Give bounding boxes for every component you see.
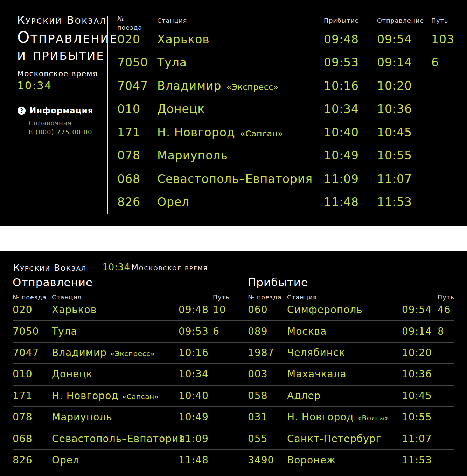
station-cell: Адлер (287, 390, 402, 402)
arrival-time: 10:16 (324, 79, 377, 93)
train-number: 171 (117, 126, 157, 139)
station-name: Орел (157, 195, 189, 209)
train-note: «Сапсан» (122, 392, 159, 401)
station-cell: Тула (52, 326, 179, 337)
table-row: 3490Воронеж11:53 (248, 449, 454, 471)
table-row: 010Донецк10:3410:36 (117, 98, 460, 121)
station-name: Адлер (287, 390, 321, 402)
train-number: 826 (13, 454, 52, 466)
station-cell: Санкт-Петербург (287, 433, 402, 445)
question-mark-icon: ? (18, 107, 26, 115)
train-number: 055 (248, 433, 287, 445)
station-name: Махачкала (287, 368, 347, 380)
top-board: Курский Вокзал Отправление и прибытие Мо… (0, 0, 467, 226)
station-name: Донецк (157, 102, 205, 116)
table-row: 020Харьков09:4809:54103 (117, 28, 460, 51)
arrival-time: 10:40 (324, 126, 377, 139)
train-number: 068 (117, 172, 157, 186)
table-row: 1987Челябинск10:20 (248, 342, 454, 363)
row-separator-line (13, 320, 454, 321)
station-name: Севастополь–Евпатория (52, 433, 185, 445)
station-cell: Мариуполь (52, 411, 179, 423)
table-row: 078Мариуполь10:49 (13, 406, 226, 428)
table-row: 7050Тула09:5309:146 (117, 51, 460, 74)
table-row: 020Харьков09:4810 (13, 299, 226, 320)
station-cell: Н. Новгород«Сапсан» (52, 390, 179, 402)
station-name: Симферополь (287, 304, 363, 315)
table-row: 826Орел11:48 (13, 449, 226, 471)
train-number: 089 (248, 326, 287, 337)
station-cell: Орел (157, 195, 324, 209)
station-name: Владимир (52, 347, 107, 358)
table-row: 003Махачкала10:36 (248, 363, 454, 385)
departure-time: 10:34 (179, 368, 213, 380)
station-name: Н. Новгород (157, 126, 235, 139)
station-name: Севастополь–Евпатория (157, 172, 313, 186)
departure-time: 10:45 (377, 126, 431, 139)
row-separator-line (13, 342, 454, 343)
row-separator-line (13, 428, 454, 428)
table-row: 058Адлер10:45 (248, 385, 454, 406)
table-row: 826Орел11:4811:53 (117, 191, 460, 214)
clock-time: 10:34 (17, 79, 52, 92)
clock-label: Московское время (17, 69, 98, 78)
station-cell: Н. Новгород«Волга» (287, 411, 402, 423)
station-cell: Тула (157, 56, 324, 69)
departure-time: 09:14 (377, 56, 431, 69)
track-number: 6 (213, 326, 226, 337)
table-row: 7050Тула09:536 (13, 320, 226, 342)
station-cell: Н. Новгород«Сапсан» (157, 126, 324, 139)
station-name: Тула (157, 56, 187, 69)
arrival-time: 11:07 (402, 433, 438, 445)
table-row: 171Н. Новгород«Сапсан»10:40 (13, 385, 226, 406)
arrival-time: 09:53 (324, 56, 377, 69)
table-row: 010Донецк10:34 (13, 363, 226, 385)
departure-time: 10:36 (377, 102, 431, 116)
station-cell: Донецк (157, 102, 324, 116)
train-note: «Сапсан» (240, 129, 283, 138)
train-number: 060 (248, 304, 287, 315)
station-cell: Воронеж (287, 454, 402, 466)
station-name: Орел (52, 454, 79, 466)
track-number: 10 (213, 304, 226, 315)
station-cell: Севастополь–Евпатория (52, 433, 179, 445)
arrivals-section-title: Прибытие (248, 276, 308, 289)
station-name: Тула (52, 326, 77, 337)
row-separator-line (13, 406, 454, 407)
train-number: 068 (13, 433, 52, 445)
departure-time: 10:16 (179, 347, 213, 358)
station-cell: Мариуполь (157, 149, 324, 162)
arrival-time: 10:20 (402, 347, 438, 358)
train-number: 010 (117, 102, 157, 116)
train-number: 020 (13, 304, 52, 315)
train-number: 7050 (13, 326, 52, 337)
arrival-time: 09:48 (324, 33, 377, 46)
station-name: Челябинск (287, 347, 345, 358)
station-name: Мариуполь (52, 411, 112, 423)
departure-time: 09:53 (179, 326, 213, 337)
vertical-divider (107, 16, 108, 214)
train-number: 171 (13, 390, 52, 402)
row-separator-line (13, 385, 454, 386)
clock-label: Московское время (131, 263, 208, 272)
departure-time: 11:07 (377, 172, 431, 186)
station-cell: Владимир«Экспресс» (52, 347, 179, 358)
column-header-num-symbol: № (117, 14, 157, 23)
station-name: Санкт-Петербург (287, 433, 381, 445)
train-note: «Экспресс» (226, 82, 279, 92)
departure-time: 09:48 (179, 304, 213, 315)
train-number: 7047 (13, 347, 52, 358)
station-title: Курский Вокзал (17, 14, 106, 26)
arrival-time: 10:45 (402, 390, 438, 402)
station-name: Мариуполь (157, 149, 228, 162)
arrival-time: 09:14 (402, 326, 438, 337)
table-row: 068Севастополь–Евпатория11:0911:07 (117, 167, 460, 191)
bottom-board: Курский Вокзал 10:34 Московское время От… (0, 251, 467, 476)
track-number: 46 (438, 304, 454, 315)
station-cell: Махачкала (287, 368, 402, 380)
train-note: «Экспресс» (110, 349, 155, 358)
train-number: 7050 (117, 56, 157, 69)
row-separator-line (13, 363, 454, 364)
board-title-line2: и прибытие (17, 45, 104, 64)
train-number: 3490 (248, 454, 287, 466)
